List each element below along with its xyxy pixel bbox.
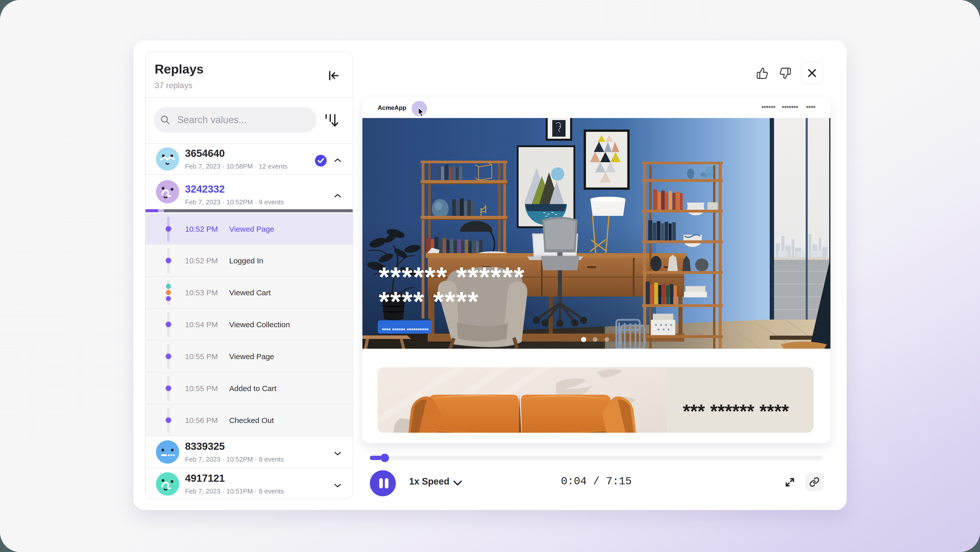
svg-text:**** ****: **** **** <box>379 286 479 317</box>
svg-text:**** ****** **********: **** ****** ********** <box>382 327 429 333</box>
